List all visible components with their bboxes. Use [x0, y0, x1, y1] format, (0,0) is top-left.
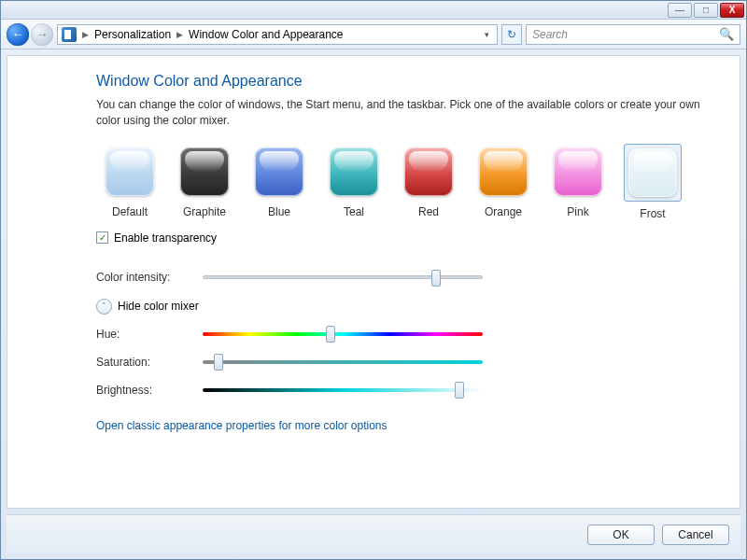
color-swatch-teal[interactable]: Teal [320, 144, 388, 220]
mixer-toggle[interactable]: ˄ Hide color mixer [96, 299, 712, 315]
minimize-icon: — [675, 5, 684, 15]
transparency-label: Enable transparency [114, 231, 217, 245]
swatch-icon [404, 147, 453, 196]
color-swatch-orange[interactable]: Orange [470, 144, 537, 220]
back-arrow-icon: ← [12, 27, 24, 41]
hue-slider[interactable] [203, 332, 483, 336]
intensity-row: Color intensity: [96, 271, 712, 284]
swatch-label: Graphite [183, 205, 226, 218]
mixer-toggle-label: Hide color mixer [118, 300, 199, 313]
brightness-label: Brightness: [96, 384, 190, 397]
intensity-slider[interactable] [203, 275, 483, 279]
window: — □ X ← → ▶ Personalization ▶ Window Col… [0, 0, 747, 560]
swatch-icon [330, 147, 378, 196]
swatch-label: Pink [567, 205, 588, 218]
intensity-thumb[interactable] [431, 270, 441, 287]
swatch-label: Frost [640, 207, 665, 220]
chevron-right-icon: ▶ [82, 30, 89, 39]
content-area: Window Color and Appearance You can chan… [7, 55, 740, 509]
hue-thumb[interactable] [326, 326, 335, 343]
swatch-label: Blue [268, 205, 290, 218]
close-button[interactable]: X [720, 3, 744, 18]
nav-arrows: ← → [7, 23, 53, 46]
page-title: Window Color and Appearance [96, 73, 712, 90]
color-swatch-frost[interactable]: Frost [619, 144, 686, 220]
forward-button[interactable]: → [31, 23, 53, 46]
color-swatch-graphite[interactable]: Graphite [171, 144, 238, 220]
maximize-button[interactable]: □ [694, 3, 718, 18]
transparency-row: ✓ Enable transparency [96, 231, 712, 245]
hue-row: Hue: [96, 328, 712, 341]
color-swatch-blue[interactable]: Blue [246, 144, 313, 220]
forward-arrow-icon: → [36, 27, 49, 41]
dialog-footer: OK Cancel [7, 514, 740, 553]
refresh-button[interactable]: ↻ [501, 24, 522, 45]
saturation-slider[interactable] [203, 360, 483, 364]
search-icon: 🔍 [719, 27, 734, 41]
swatch-label: Default [112, 205, 148, 218]
chevron-right-icon: ▶ [176, 30, 183, 39]
refresh-icon: ↻ [507, 28, 516, 41]
swatch-icon [106, 147, 154, 196]
hue-label: Hue: [96, 328, 190, 341]
swatch-icon [180, 147, 229, 196]
page-description: You can change the color of windows, the… [96, 97, 712, 129]
swatch-icon [628, 148, 677, 197]
swatch-label: Red [418, 205, 439, 218]
color-swatch-red[interactable]: Red [395, 144, 462, 220]
color-swatch-row: DefaultGraphiteBlueTealRedOrangePinkFros… [96, 144, 712, 220]
cancel-button[interactable]: Cancel [662, 525, 729, 545]
close-icon: X [729, 5, 736, 15]
check-icon: ✓ [99, 233, 106, 243]
address-dropdown-icon[interactable]: ▾ [480, 30, 493, 39]
maximize-icon: □ [703, 5, 709, 15]
transparency-checkbox[interactable]: ✓ [96, 231, 108, 244]
ok-button[interactable]: OK [587, 525, 655, 545]
swatch-icon [255, 147, 303, 196]
back-button[interactable]: ← [7, 23, 29, 46]
brightness-thumb[interactable] [455, 382, 464, 399]
swatch-label: Teal [344, 205, 364, 218]
swatch-label: Orange [485, 205, 522, 218]
chevron-up-icon: ˄ [96, 299, 112, 315]
breadcrumb-window-color[interactable]: Window Color and Appearance [189, 28, 343, 41]
color-swatch-pink[interactable]: Pink [544, 144, 612, 220]
search-placeholder: Search [532, 28, 568, 41]
breadcrumb-personalization[interactable]: Personalization [94, 28, 171, 41]
breadcrumb-bar[interactable]: ▶ Personalization ▶ Window Color and App… [57, 24, 498, 45]
classic-appearance-link[interactable]: Open classic appearance properties for m… [96, 419, 712, 432]
saturation-label: Saturation: [96, 356, 190, 369]
saturation-row: Saturation: [96, 356, 712, 369]
swatch-icon [479, 147, 528, 196]
brightness-row: Brightness: [96, 384, 712, 397]
saturation-thumb[interactable] [214, 354, 223, 371]
search-input[interactable]: Search 🔍 [526, 24, 740, 45]
intensity-label: Color intensity: [96, 271, 190, 284]
control-panel-icon [62, 27, 77, 42]
minimize-button[interactable]: — [668, 3, 692, 18]
titlebar: — □ X [1, 1, 746, 20]
swatch-icon [554, 147, 602, 196]
address-bar: ← → ▶ Personalization ▶ Window Color and… [1, 20, 746, 49]
color-swatch-default[interactable]: Default [96, 144, 163, 220]
brightness-slider[interactable] [203, 388, 483, 392]
